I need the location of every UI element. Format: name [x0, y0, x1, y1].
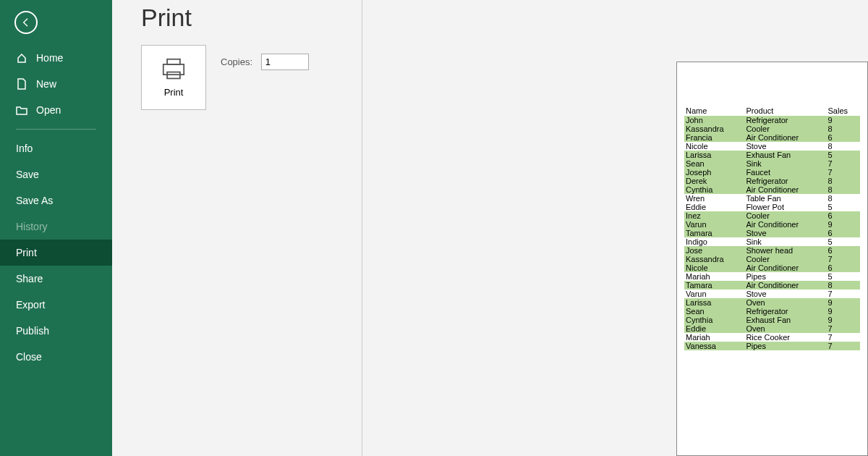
- nav-save-as[interactable]: Save As: [0, 187, 112, 214]
- nav-new[interactable]: New: [0, 71, 112, 97]
- table-row: WrenTable Fan8: [684, 194, 860, 203]
- page-title: Print: [141, 4, 839, 32]
- table-row: CynthiaExhaust Fan9: [684, 316, 860, 324]
- table-row: JosephFaucet7: [684, 168, 860, 177]
- nav-open[interactable]: Open: [0, 97, 112, 123]
- table-row: JohnRefrigerator9: [684, 116, 860, 124]
- print-preview: NameProductSalesJohnRefrigerator9Kassand…: [676, 62, 868, 456]
- table-row: TamaraAir Conditioner8: [684, 281, 860, 290]
- copies-input[interactable]: [261, 54, 309, 70]
- table-row: TamaraStove6: [684, 229, 860, 237]
- table-row: IndigoSink5: [684, 237, 860, 246]
- svg-rect-0: [167, 59, 180, 64]
- table-row: CynthiaAir Conditioner8: [684, 185, 860, 194]
- printer-icon: [161, 58, 187, 81]
- back-arrow-icon: [20, 17, 32, 28]
- table-row: VarunAir Conditioner9: [684, 220, 860, 229]
- nav-history[interactable]: History: [0, 214, 112, 240]
- table-row: NicoleAir Conditioner6: [684, 263, 860, 272]
- table-row: LarissaExhaust Fan5: [684, 151, 860, 159]
- table-row: NicoleStove8: [684, 142, 860, 151]
- table-row: VanessaPipes7: [684, 342, 860, 350]
- nav-export[interactable]: Export: [0, 292, 112, 318]
- nav-print[interactable]: Print: [0, 240, 112, 266]
- table-row: MariahPipes5: [684, 272, 860, 281]
- nav-share[interactable]: Share: [0, 266, 112, 292]
- backstage-sidebar: HomeNewOpen InfoSaveSave AsHistoryPrintS…: [0, 0, 112, 456]
- back-button[interactable]: [14, 11, 38, 34]
- nav-home[interactable]: Home: [0, 45, 112, 71]
- panel-divider: [362, 0, 362, 456]
- divider: [16, 129, 96, 130]
- table-row: LarissaOven9: [684, 298, 860, 307]
- nav-close[interactable]: Close: [0, 344, 112, 370]
- nav-publish[interactable]: Publish: [0, 318, 112, 344]
- table-row: KassandraCooler8: [684, 124, 860, 133]
- copies-label: Copies:: [221, 56, 252, 67]
- open-icon: [16, 104, 27, 116]
- table-row: VarunStove7: [684, 290, 860, 298]
- table-row: FranciaAir Conditioner6: [684, 133, 860, 142]
- nav-save[interactable]: Save: [0, 161, 112, 187]
- table-row: InezCooler6: [684, 211, 860, 220]
- print-button[interactable]: Print: [141, 45, 206, 110]
- nav-info[interactable]: Info: [0, 135, 112, 161]
- home-icon: [16, 52, 27, 64]
- table-row: EddieFlower Pot5: [684, 203, 860, 211]
- preview-table: NameProductSalesJohnRefrigerator9Kassand…: [684, 106, 860, 350]
- table-row: SeanRefrigerator9: [684, 307, 860, 316]
- svg-rect-1: [163, 64, 184, 74]
- table-row: DerekRefrigerator8: [684, 177, 860, 185]
- table-row: SeanSink7: [684, 159, 860, 168]
- table-row: EddieOven7: [684, 324, 860, 333]
- table-row: JoseShower head6: [684, 246, 860, 255]
- new-icon: [16, 78, 27, 90]
- table-row: KassandraCooler7: [684, 255, 860, 263]
- table-row: MariahRice Cooker7: [684, 333, 860, 342]
